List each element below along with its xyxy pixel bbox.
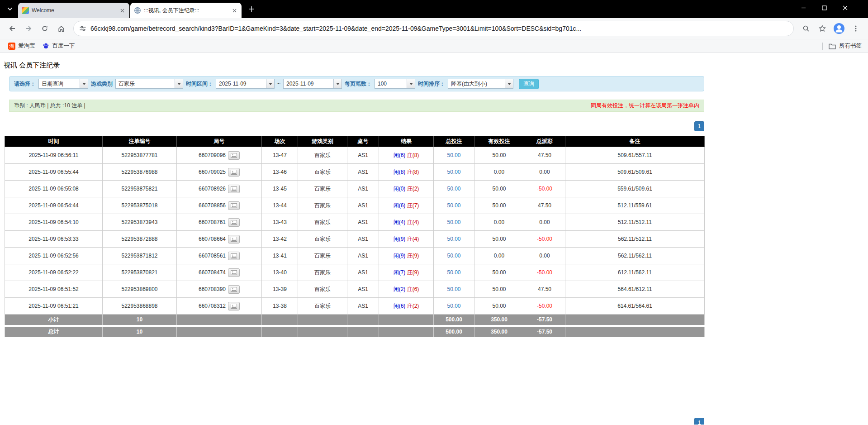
cell-table-no: AS1 — [347, 164, 379, 181]
cell-total-bet: 50.00 — [434, 264, 474, 281]
back-icon — [8, 24, 16, 33]
chevron-down-icon[interactable] — [407, 79, 415, 88]
page-title: 视讯 会员下注纪录 — [4, 61, 868, 70]
chevron-down-icon[interactable] — [80, 79, 88, 88]
column-header: 结果 — [379, 136, 434, 147]
grand-total-row-cell — [298, 326, 347, 337]
grand-total-row-cell: -57.50 — [524, 326, 565, 337]
grand-total-row-cell — [347, 326, 379, 337]
site-info-icon[interactable] — [79, 25, 86, 32]
chevron-down-icon[interactable] — [175, 79, 183, 88]
page-content: 视讯 会员下注纪录 请选择： 日期查询 游戏类别 百家乐 时间区间： 2025-… — [0, 53, 868, 425]
cell-payout: 47.50 — [524, 281, 565, 298]
pagination-page-button[interactable]: 1 — [694, 121, 704, 131]
bookmark-star-button[interactable] — [815, 21, 830, 36]
cell-table-no: AS1 — [347, 281, 379, 298]
cell-bet-id: 522953869800 — [103, 281, 177, 298]
view-cards-button[interactable] — [228, 201, 240, 210]
view-cards-button[interactable] — [228, 185, 240, 193]
reload-button[interactable] — [37, 21, 52, 36]
sort-order-select[interactable]: 降幂(由大到小) — [448, 79, 513, 89]
cell-time: 2025-11-09 06:52:56 — [5, 248, 103, 264]
subtotal-row-cell — [262, 315, 298, 326]
subtotal-row-cell: -57.50 — [524, 315, 565, 326]
close-button[interactable] — [835, 0, 855, 15]
total-bet-link[interactable]: 50.00 — [447, 303, 460, 309]
cell-note: 559.61/509.61 — [565, 181, 705, 197]
forward-icon — [24, 24, 33, 33]
view-cards-button[interactable] — [228, 168, 240, 177]
cell-session: 13-40 — [262, 264, 298, 281]
tab-search-button[interactable] — [4, 3, 16, 15]
cell-game-type: 百家乐 — [298, 281, 347, 298]
game-type-label: 游戏类别 — [91, 80, 113, 88]
welcome-favicon — [22, 7, 29, 14]
select-type-label: 请选择： — [14, 80, 36, 88]
taobao-icon: 淘 — [8, 43, 15, 50]
column-header: 注单编号 — [103, 136, 177, 147]
zoom-button[interactable] — [798, 21, 814, 36]
star-icon — [819, 25, 826, 32]
cell-round: 660708561 — [177, 248, 262, 264]
view-cards-button[interactable] — [228, 302, 240, 310]
round-number: 660708664 — [199, 236, 226, 242]
profile-avatar[interactable] — [833, 23, 845, 34]
date-start-select[interactable]: 2025-11-09 — [216, 79, 275, 89]
chevron-down-icon[interactable] — [266, 79, 274, 88]
round-number: 660708856 — [199, 202, 226, 209]
cell-result: 闲(9) 庄(4) — [379, 231, 434, 248]
cell-game-type: 百家乐 — [298, 248, 347, 264]
home-button[interactable] — [53, 21, 69, 36]
tab-betrecord[interactable]: :::视讯, 会员下注纪录::: — [130, 3, 242, 18]
total-bet-link[interactable]: 50.00 — [447, 236, 460, 242]
total-bet-link[interactable]: 50.00 — [447, 186, 460, 192]
address-bar[interactable]: 66cxkj98.com/game/betrecord_search/kind3… — [73, 21, 794, 36]
new-tab-button[interactable] — [245, 3, 258, 15]
total-bet-link[interactable]: 50.00 — [447, 152, 460, 158]
view-cards-button[interactable] — [228, 268, 240, 277]
total-bet-link[interactable]: 50.00 — [447, 202, 460, 209]
view-cards-button[interactable] — [228, 252, 240, 260]
total-bet-link[interactable]: 50.00 — [447, 269, 460, 276]
game-type-select[interactable]: 百家乐 — [115, 79, 183, 89]
cell-bet-id: 522953876988 — [103, 164, 177, 181]
total-bet-link[interactable]: 50.00 — [447, 286, 460, 292]
round-number: 660709096 — [199, 152, 226, 158]
date-end-select[interactable]: 2025-11-09 — [283, 79, 342, 89]
view-cards-button[interactable] — [228, 218, 240, 227]
menu-button[interactable] — [848, 21, 863, 36]
query-type-select[interactable]: 日期查询 — [38, 79, 88, 89]
maximize-button[interactable] — [814, 0, 835, 15]
cell-payout: 0.00 — [524, 214, 565, 231]
baidu-paw-icon — [43, 43, 50, 50]
bookmark-taobao[interactable]: 淘 爱淘宝 — [5, 41, 39, 51]
round-cell: 660708390 — [199, 285, 240, 294]
all-bookmarks-button[interactable]: 所有书签 — [822, 42, 863, 50]
tab-welcome[interactable]: Welcome — [18, 3, 129, 18]
chevron-down-icon[interactable] — [505, 79, 513, 88]
chevron-down-icon[interactable] — [333, 79, 342, 88]
photo-icon — [231, 304, 237, 309]
page-size-select[interactable]: 100 — [375, 79, 415, 89]
pagination-page-button[interactable]: 1 — [694, 418, 704, 425]
person-icon — [833, 23, 845, 34]
plus-icon — [248, 6, 255, 12]
cell-bet-id: 522953875821 — [103, 181, 177, 197]
total-bet-link[interactable]: 50.00 — [447, 169, 460, 175]
search-button[interactable]: 查询 — [519, 79, 539, 89]
forward-button[interactable] — [21, 21, 36, 36]
view-cards-button[interactable] — [228, 285, 240, 294]
tab-close-icon[interactable] — [231, 7, 238, 14]
tab-close-icon[interactable] — [119, 7, 126, 14]
cell-round: 660708856 — [177, 197, 262, 214]
view-cards-button[interactable] — [228, 235, 240, 244]
url-text[interactable]: 66cxkj98.com/game/betrecord_search/kind3… — [90, 25, 581, 32]
total-bet-link[interactable]: 50.00 — [447, 219, 460, 225]
bookmark-baidu[interactable]: 百度一下 — [39, 41, 79, 51]
minimize-button[interactable] — [793, 0, 814, 15]
back-button[interactable] — [5, 21, 20, 36]
view-cards-button[interactable] — [228, 151, 240, 160]
total-bet-link[interactable]: 50.00 — [447, 253, 460, 259]
three-dots-icon — [852, 25, 859, 32]
cell-valid-bet: 50.00 — [474, 231, 524, 248]
